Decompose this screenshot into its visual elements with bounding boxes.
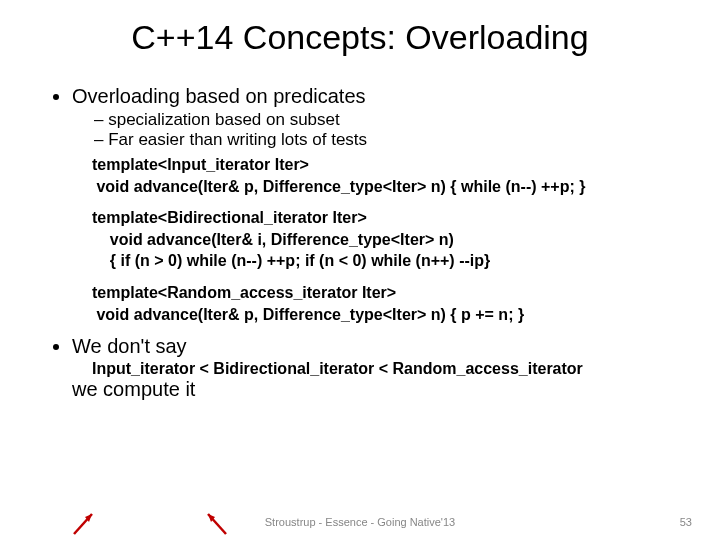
code-line: { if (n > 0) while (n--) ++p; if (n < 0)… <box>92 250 670 272</box>
bullet-2-follow: we compute it <box>72 378 670 401</box>
arrow-annotation-right <box>200 508 230 538</box>
sub-bullet-2: Far easier than writing lots of tests <box>94 130 670 150</box>
slide-title: C++14 Concepts: Overloading <box>50 18 670 57</box>
bullet-list-2: We don't say <box>50 335 670 358</box>
code-line: template<Bidirectional_iterator Iter> <box>92 207 670 229</box>
bullet-2-code: Input_iterator < Bidirectional_iterator … <box>92 360 670 378</box>
arrow-annotation-left <box>70 508 100 538</box>
code-block-2: template<Bidirectional_iterator Iter> vo… <box>92 207 670 272</box>
code-line: void advance(Iter& p, Difference_type<It… <box>92 176 670 198</box>
sub-bullet-1: specialization based on subset <box>94 110 670 130</box>
bullet-1-text: Overloading based on predicates <box>72 85 366 107</box>
slide: C++14 Concepts: Overloading Overloading … <box>0 0 720 401</box>
code-line: template<Input_iterator Iter> <box>92 154 670 176</box>
code-line: void advance(Iter& p, Difference_type<It… <box>92 304 670 326</box>
code-block-3: template<Random_access_iterator Iter> vo… <box>92 282 670 325</box>
bullet-list: Overloading based on predicates speciali… <box>50 85 670 150</box>
code-block-1: template<Input_iterator Iter> void advan… <box>92 154 670 197</box>
code-line: template<Random_access_iterator Iter> <box>92 282 670 304</box>
bullet-1: Overloading based on predicates speciali… <box>72 85 670 150</box>
page-number: 53 <box>680 516 692 528</box>
code-line: void advance(Iter& i, Difference_type<It… <box>92 229 670 251</box>
sub-bullets-1: specialization based on subset Far easie… <box>72 110 670 150</box>
footer-text: Stroustrup - Essence - Going Native'13 <box>0 516 720 528</box>
bullet-2: We don't say <box>72 335 670 358</box>
